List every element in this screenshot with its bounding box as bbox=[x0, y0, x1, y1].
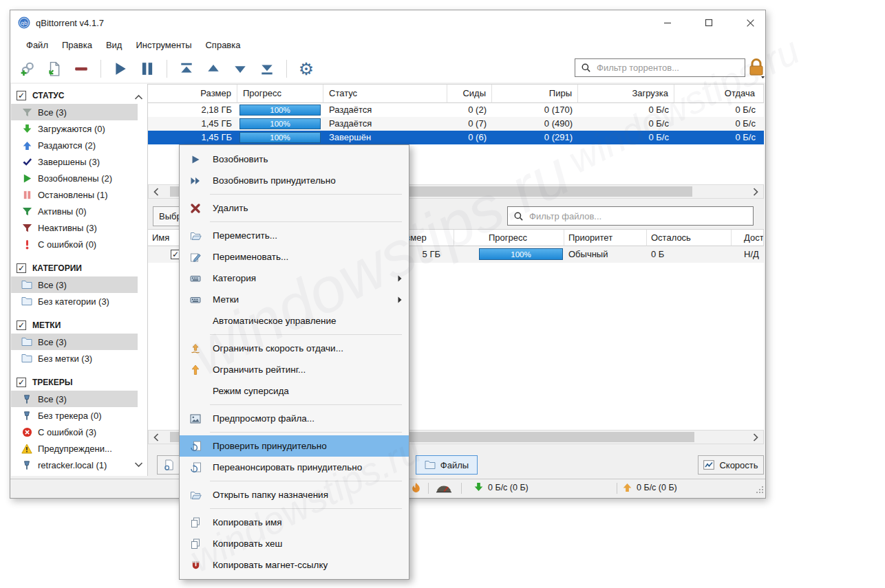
resume-icon[interactable] bbox=[111, 60, 129, 78]
menu-item-preview-file[interactable]: Предпросмотр файла... bbox=[180, 408, 409, 429]
menu-item-category[interactable]: Категория bbox=[180, 268, 409, 289]
sidebar-item-tracker-retracker[interactable]: retracker.local (1) bbox=[11, 457, 138, 473]
menu-item-resume[interactable]: Возобновить bbox=[180, 149, 409, 170]
sidebar-item-active[interactable]: Активны (0) bbox=[11, 203, 138, 219]
col-peers[interactable]: Пиры bbox=[492, 85, 578, 103]
col-progress[interactable]: Прогресс bbox=[237, 85, 323, 103]
fcol-priority[interactable]: Приоритет bbox=[564, 230, 647, 246]
add-torrent-link-icon[interactable] bbox=[19, 60, 36, 78]
torrent-row-selected[interactable]: 1,45 ГБ 100% Завершён 0 (6) 0 (291) 0 Б/… bbox=[148, 131, 764, 144]
add-torrent-file-icon[interactable] bbox=[45, 60, 63, 78]
sidebar-item-trackerless[interactable]: Без трекера (0) bbox=[11, 407, 138, 424]
svg-text:qb: qb bbox=[21, 20, 28, 26]
scroll-right-icon[interactable] bbox=[748, 185, 763, 198]
queue-down-icon[interactable] bbox=[231, 60, 249, 78]
file-filter-input[interactable] bbox=[528, 210, 753, 222]
tab-files[interactable]: Файлы bbox=[416, 455, 478, 475]
sidebar-item-tag-all[interactable]: Все (3) bbox=[11, 334, 138, 350]
alt-speed-icon[interactable] bbox=[410, 482, 422, 496]
line-chart-icon bbox=[703, 459, 714, 470]
scroll-left-icon[interactable] bbox=[149, 431, 164, 444]
torrent-filter-input[interactable] bbox=[595, 62, 745, 74]
preview-image-icon bbox=[189, 413, 202, 425]
fcol-progress[interactable]: Прогресс bbox=[454, 230, 564, 246]
menu-item-force-recheck[interactable]: Проверить принудительно bbox=[180, 435, 409, 457]
queue-up-icon[interactable] bbox=[204, 60, 222, 78]
col-seeds[interactable]: Сиды bbox=[447, 85, 492, 103]
queue-bottom-icon[interactable] bbox=[258, 60, 276, 78]
toolbar-separator bbox=[167, 60, 167, 78]
fcol-availability[interactable]: Доступность bbox=[732, 230, 764, 246]
menu-item-limit-ratio[interactable]: Ограничить рейтинг... bbox=[180, 359, 409, 380]
menu-item-delete[interactable]: Удалить bbox=[180, 197, 409, 219]
submenu-arrow-icon bbox=[398, 275, 402, 282]
categories-checkbox[interactable]: ✓ bbox=[17, 263, 26, 273]
menu-item-copy-name[interactable]: Копировать имя bbox=[180, 512, 409, 533]
tags-checkbox[interactable]: ✓ bbox=[17, 320, 26, 330]
close-button[interactable] bbox=[745, 17, 756, 28]
sidebar-item-tracker-all[interactable]: Все (3) bbox=[11, 391, 138, 407]
menu-item-tags[interactable]: Метки bbox=[180, 289, 409, 310]
trackers-checkbox[interactable]: ✓ bbox=[17, 378, 26, 387]
menu-item-force-resume[interactable]: Возобновить принудительно bbox=[180, 170, 409, 191]
document-link-icon bbox=[164, 459, 175, 470]
sidebar-item-completed[interactable]: Завершены (3) bbox=[11, 153, 138, 170]
menu-help[interactable]: Справка bbox=[198, 37, 247, 53]
sidebar-item-cat-none[interactable]: Без категории (3) bbox=[11, 293, 138, 309]
sidebar-item-inactive[interactable]: Неактивны (3) bbox=[11, 219, 138, 236]
sidebar-item-seeding[interactable]: Раздаются (2) bbox=[11, 137, 138, 153]
menu-tools[interactable]: Инструменты bbox=[129, 37, 198, 53]
folder-icon bbox=[21, 279, 32, 290]
sidebar-item-all[interactable]: Все (3) bbox=[11, 104, 138, 120]
play-green-icon bbox=[21, 173, 32, 184]
sidebar-item-tag-none[interactable]: Без метки (3) bbox=[11, 350, 138, 367]
menu-item-auto-management[interactable]: Автоматическое управление bbox=[180, 310, 409, 331]
app-icon: qb bbox=[18, 17, 30, 29]
scroll-left-icon[interactable] bbox=[149, 185, 164, 198]
menu-item-limit-upload[interactable]: Ограничить скорость отдачи... bbox=[180, 338, 409, 359]
sidebar-item-tracker-warning[interactable]: Предупреждени... bbox=[11, 440, 138, 457]
sidebar-scroll-down-icon[interactable] bbox=[134, 458, 143, 470]
sidebar-item-tracker-error[interactable]: С ошибкой (3) bbox=[11, 424, 138, 440]
menu-view[interactable]: Вид bbox=[99, 37, 129, 53]
col-up-speed[interactable]: Отдача bbox=[674, 85, 764, 103]
minimize-button[interactable] bbox=[662, 17, 673, 28]
col-down-speed[interactable]: Загрузка bbox=[578, 85, 674, 103]
window-controls bbox=[662, 10, 756, 35]
torrent-row[interactable]: 2,18 ГБ 100% Раздаётся 0 (2) 0 (170) 0 Б… bbox=[148, 103, 764, 117]
search-icon bbox=[513, 210, 524, 221]
menu-edit[interactable]: Правка bbox=[55, 37, 99, 53]
delete-torrent-icon[interactable] bbox=[72, 60, 90, 78]
lock-icon[interactable] bbox=[747, 58, 765, 78]
menu-item-move[interactable]: Переместить... bbox=[180, 225, 409, 246]
sidebar-item-downloading[interactable]: Загружаются (0) bbox=[11, 120, 138, 137]
menu-item-force-reannounce[interactable]: Переанонсировать принудительно bbox=[180, 457, 409, 478]
menu-item-rename[interactable]: Переименовать... bbox=[180, 246, 409, 268]
sidebar-item-resumed[interactable]: Возобновлены (2) bbox=[11, 170, 138, 186]
menu-item-super-seeding[interactable]: Режим суперсида bbox=[180, 380, 409, 402]
status-checkbox[interactable]: ✓ bbox=[17, 91, 26, 100]
options-gear-icon[interactable]: ⚙ bbox=[297, 60, 315, 78]
col-status[interactable]: Статус bbox=[323, 85, 447, 103]
resize-grip[interactable] bbox=[756, 486, 763, 495]
pause-icon[interactable] bbox=[138, 60, 156, 78]
menu-item-open-destination[interactable]: Открыть папку назначения bbox=[180, 484, 409, 505]
speed-gauge-icon[interactable] bbox=[435, 482, 453, 495]
maximize-button[interactable] bbox=[703, 17, 714, 28]
submenu-arrow-icon bbox=[398, 296, 402, 303]
scroll-right-icon[interactable] bbox=[748, 431, 763, 444]
sidebar-item-cat-all[interactable]: Все (3) bbox=[11, 276, 138, 293]
col-size[interactable]: Размер bbox=[148, 85, 237, 103]
sidebar-scroll-up-icon[interactable] bbox=[134, 91, 143, 103]
fcol-remaining[interactable]: Осталось bbox=[647, 230, 732, 246]
torrent-row[interactable]: 1,45 ГБ 100% Раздаётся 0 (7) 0 (490) 0 Б… bbox=[148, 117, 764, 131]
menu-item-copy-magnet[interactable]: Копировать магнет-ссылку bbox=[180, 554, 409, 576]
queue-top-icon[interactable] bbox=[178, 60, 195, 78]
toolbar-separator bbox=[286, 60, 287, 78]
sidebar-item-paused[interactable]: Остановлены (1) bbox=[11, 186, 138, 203]
sidebar-item-errored[interactable]: С ошибкой (0) bbox=[11, 236, 138, 252]
torrent-filter-box bbox=[575, 58, 745, 77]
menu-item-copy-hash[interactable]: Копировать хеш bbox=[180, 533, 409, 554]
menu-file[interactable]: Файл bbox=[19, 37, 55, 53]
tab-speed[interactable]: Скорость bbox=[698, 455, 764, 475]
